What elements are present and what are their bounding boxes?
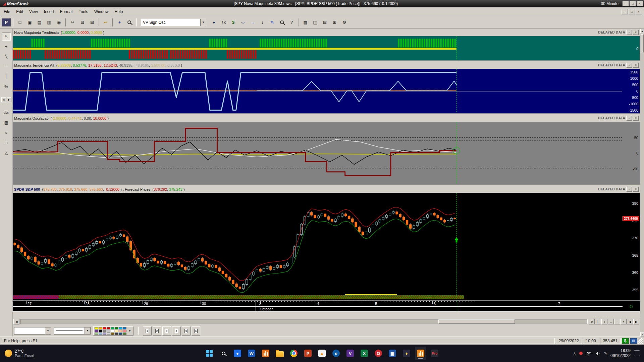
panel-restore-button[interactable]: ▫ xyxy=(626,187,632,192)
pen-icon[interactable]: ✎ xyxy=(604,351,607,356)
explorer-button[interactable]: ∞ xyxy=(238,18,248,26)
periodicity-label[interactable]: 30 Minute xyxy=(601,1,619,6)
color-swatch[interactable] xyxy=(107,327,110,329)
chart-style-4-button[interactable]: 4 xyxy=(172,326,181,336)
chevron-down-icon[interactable]: ▼ xyxy=(200,19,206,26)
media-app-button[interactable]: ● xyxy=(232,347,243,360)
menu-edit[interactable]: Edit xyxy=(13,8,26,15)
vertical-scrollbar[interactable]: ▲ ▼ xyxy=(640,29,644,337)
osc-plot[interactable] xyxy=(13,122,622,184)
panel-close-button[interactable]: × xyxy=(633,30,639,35)
resize-grip[interactable] xyxy=(638,338,643,344)
cascade-windows-button[interactable]: ▩ xyxy=(301,18,310,26)
edge-button[interactable]: e xyxy=(330,347,342,360)
color-swatch[interactable] xyxy=(123,333,126,335)
pro-app-button[interactable]: Pro xyxy=(429,347,440,360)
print-button[interactable]: ▤ xyxy=(35,18,44,26)
indicator-quicklist-button[interactable]: ● xyxy=(209,18,218,26)
color-swatch[interactable] xyxy=(103,327,106,329)
calculator-button[interactable]: ▦ xyxy=(387,347,398,360)
chart-options-button[interactable]: ⚙ xyxy=(340,18,349,26)
color-swatch[interactable] xyxy=(119,333,122,335)
start-button[interactable] xyxy=(204,347,215,360)
color-swatch[interactable] xyxy=(119,327,122,329)
chevron-down-icon[interactable]: ▼ xyxy=(127,329,132,333)
pan-button[interactable]: ↔ xyxy=(608,319,614,324)
color-picker[interactable]: ▼ xyxy=(93,326,133,336)
ellipse-tool[interactable]: ○ xyxy=(2,129,11,137)
zoom-out-button[interactable]: − xyxy=(614,319,620,324)
color-swatch[interactable] xyxy=(115,330,118,332)
menu-tools[interactable]: Tools xyxy=(76,8,91,15)
menu-file[interactable]: File xyxy=(1,8,13,15)
child-restore-button[interactable]: □ xyxy=(629,9,635,14)
tile-vertical-button[interactable]: ◫ xyxy=(311,18,320,26)
page-right-button[interactable]: ▶ xyxy=(633,319,639,324)
trendline-tool[interactable]: ╲ xyxy=(2,53,11,61)
color-swatch[interactable] xyxy=(99,333,102,335)
opera-button[interactable]: O xyxy=(373,347,384,360)
chrome-button[interactable] xyxy=(288,347,300,360)
menu-format[interactable]: Format xyxy=(57,8,76,15)
wifi-icon[interactable] xyxy=(586,351,592,356)
menu-insert[interactable]: Insert xyxy=(41,8,57,15)
inspect-button[interactable] xyxy=(277,18,286,26)
color-swatch[interactable] xyxy=(123,327,126,329)
speaker-icon[interactable] xyxy=(595,351,601,356)
utility-app-button[interactable]: ♦ xyxy=(401,347,412,360)
color-swatch[interactable] xyxy=(99,330,102,332)
expert-smiley-icon[interactable]: ☺ xyxy=(629,303,634,309)
word-button[interactable]: W xyxy=(246,347,257,360)
system-tester-button[interactable]: $ xyxy=(229,18,238,26)
dollar-status-icon[interactable]: $ xyxy=(622,338,629,344)
new-chart-button[interactable]: □ xyxy=(15,18,24,26)
metastock-taskbar-button[interactable] xyxy=(415,347,426,360)
panel-restore-button[interactable]: ▫ xyxy=(626,116,632,121)
color-swatch[interactable] xyxy=(103,333,106,335)
menu-view[interactable]: View xyxy=(26,8,41,15)
color-swatch[interactable] xyxy=(95,330,98,332)
paste-button[interactable]: ⊞ xyxy=(88,18,97,26)
panel-close-button[interactable]: × xyxy=(633,63,639,68)
color-swatch[interactable] xyxy=(111,327,114,329)
color-swatch[interactable] xyxy=(107,333,110,335)
power-console-button[interactable]: P xyxy=(2,18,11,26)
horizontal-line-tool[interactable]: ─ xyxy=(2,63,11,71)
status-corner-icon[interactable]: ▨ xyxy=(630,338,637,344)
file-explorer-button[interactable] xyxy=(274,347,285,360)
crosshair-button[interactable]: + xyxy=(115,18,124,26)
help-pointer-button[interactable]: ? xyxy=(287,18,296,26)
layout-grid-button[interactable]: ⊞ xyxy=(330,18,339,26)
color-swatch[interactable] xyxy=(119,330,122,332)
text-tool[interactable]: abc xyxy=(2,109,11,117)
trend-plot[interactable] xyxy=(13,36,622,60)
expert-advisor-button[interactable]: → xyxy=(248,18,257,26)
zoom-in-button[interactable]: + xyxy=(621,319,627,324)
splitter-button[interactable]: ▏ xyxy=(595,319,601,324)
chevron-down-icon[interactable]: ▼ xyxy=(45,327,51,334)
minimize-button[interactable]: — xyxy=(623,1,629,6)
zoom-button[interactable] xyxy=(125,18,134,26)
taskbar-weather[interactable]: 27°C Parc. Ensol xyxy=(0,349,38,358)
vscroll-up-button[interactable]: ▲ xyxy=(640,29,644,33)
grid-tool[interactable]: ▦ xyxy=(2,119,11,127)
panel-close-button[interactable]: × xyxy=(633,187,639,192)
chart-style-6-button[interactable]: 6 xyxy=(192,326,200,336)
downloader-button[interactable]: ↓ xyxy=(258,18,267,26)
page-left-button[interactable]: ◀ xyxy=(627,319,633,324)
color-swatch[interactable] xyxy=(111,333,114,335)
print-multiple-button[interactable]: ▥ xyxy=(45,18,54,26)
crosshair-tool[interactable]: + xyxy=(2,43,11,51)
chart-style-1-button[interactable]: 1 xyxy=(143,326,152,336)
copy-button[interactable]: ⊟ xyxy=(78,18,87,26)
tray-red-icon[interactable] xyxy=(579,352,583,355)
scroll-left-button[interactable]: ◀ xyxy=(1,97,6,102)
notification-center-button[interactable] xyxy=(634,350,640,356)
indicator-combo[interactable]: VP Sign Osc ▼ xyxy=(141,19,206,26)
fit-vertical-button[interactable]: ↕ xyxy=(601,319,607,324)
menu-window[interactable]: Window xyxy=(91,8,112,15)
panel-restore-button[interactable]: ▫ xyxy=(626,30,632,35)
child-minimize-button[interactable]: — xyxy=(622,9,628,14)
powerpoint-button[interactable]: P xyxy=(302,347,314,360)
scroll-right-button[interactable]: ▶ xyxy=(7,97,11,102)
